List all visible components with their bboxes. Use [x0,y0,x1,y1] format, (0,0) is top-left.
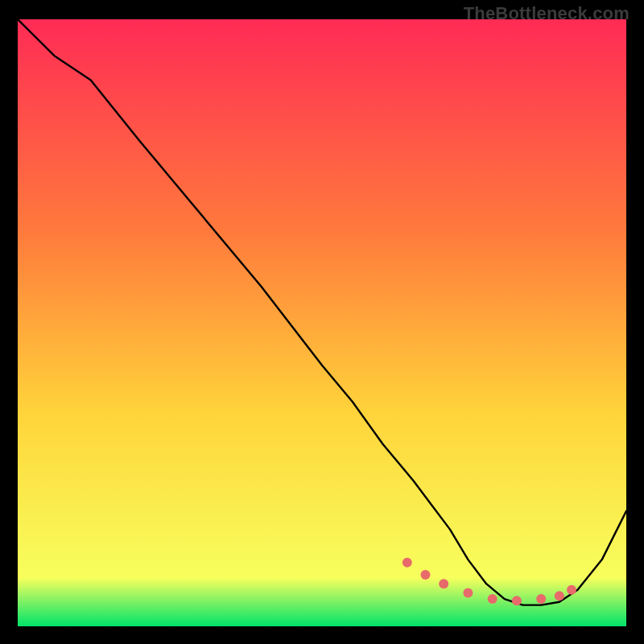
optimal-dot [567,585,576,595]
optimal-dot [488,594,497,604]
optimal-dot [536,594,546,604]
optimal-dot [463,588,473,598]
optimal-dot [555,591,564,601]
optimal-dot [421,570,431,580]
optimal-dot [439,579,448,588]
watermark-text: TheBottleneck.com [464,3,630,24]
chart-frame: TheBottleneck.com [0,0,644,644]
plot-area [18,19,626,626]
optimal-dot [512,596,522,605]
optimal-dot [402,558,412,568]
bottleneck-curve [18,19,626,605]
optimal-range-dots [402,558,576,606]
plot-overlay [18,19,626,626]
